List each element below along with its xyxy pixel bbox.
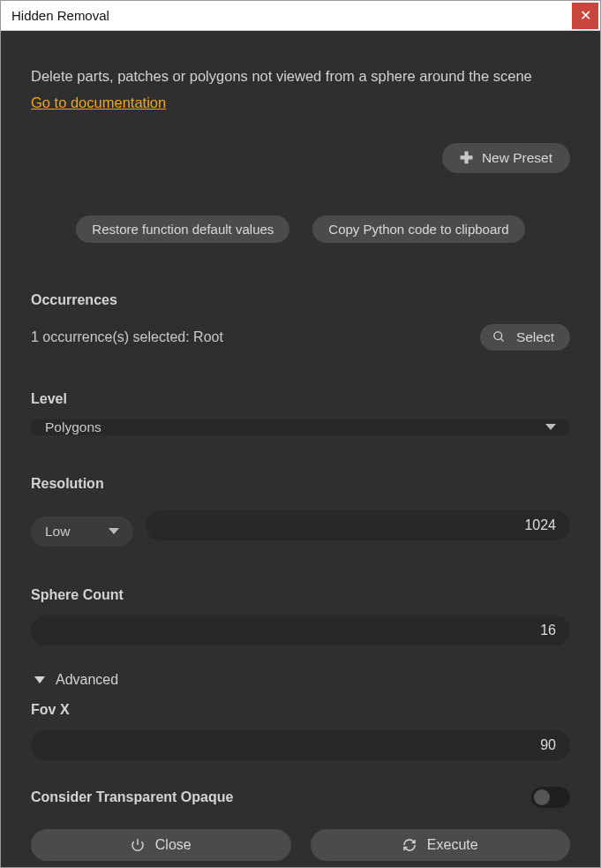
occurrences-status: 1 occurrence(s) selected: Root (31, 329, 223, 345)
action-row: Restore function default values Copy Pyt… (31, 215, 570, 243)
occurrences-row: 1 occurrence(s) selected: Root Select (31, 324, 570, 351)
consider-transparent-toggle[interactable] (531, 787, 570, 808)
chevron-down-icon (545, 424, 556, 430)
resolution-preset-value: Low (45, 524, 70, 540)
new-preset-button[interactable]: ✚ New Preset (442, 143, 570, 173)
fovx-label: Fov X (31, 702, 570, 718)
restore-defaults-button[interactable]: Restore function default values (76, 215, 289, 243)
window-title: Hidden Removal (11, 8, 109, 23)
dialog-body: Delete parts, patches or polygons not vi… (1, 31, 600, 867)
resolution-label: Resolution (31, 476, 570, 492)
preset-row: ✚ New Preset (31, 143, 570, 173)
execute-button[interactable]: Execute (311, 829, 571, 861)
documentation-link[interactable]: Go to documentation (31, 94, 570, 111)
sphere-count-label: Sphere Count (31, 587, 570, 603)
level-label: Level (31, 391, 570, 407)
titlebar: Hidden Removal ✕ (1, 1, 600, 31)
footer: Close Execute (31, 829, 570, 861)
chevron-down-icon (34, 676, 45, 683)
plus-icon: ✚ (460, 150, 473, 166)
search-icon (492, 330, 506, 343)
level-dropdown[interactable]: Polygons (31, 419, 570, 435)
fovx-input[interactable] (31, 730, 570, 760)
svg-line-1 (500, 339, 503, 342)
sphere-count-input[interactable] (31, 615, 570, 645)
close-icon: ✕ (580, 7, 591, 24)
sphere-count-row (31, 615, 570, 645)
advanced-label: Advanced (56, 672, 118, 688)
fovx-row (31, 730, 570, 760)
execute-label: Execute (427, 837, 478, 853)
refresh-icon (402, 838, 417, 852)
svg-point-0 (494, 332, 502, 340)
chevron-down-icon (109, 528, 119, 534)
level-value: Polygons (45, 419, 101, 435)
consider-transparent-row: Consider Transparent Opaque (31, 787, 570, 808)
advanced-toggle[interactable]: Advanced (31, 672, 570, 688)
copy-python-button[interactable]: Copy Python code to clipboard (312, 215, 524, 243)
close-label: Close (155, 837, 192, 853)
resolution-row: Low (31, 504, 570, 547)
resolution-preset-dropdown[interactable]: Low (31, 517, 133, 547)
occurrences-label: Occurrences (31, 292, 570, 308)
select-occurrences-button[interactable]: Select (480, 324, 570, 351)
consider-transparent-label: Consider Transparent Opaque (31, 789, 233, 805)
select-label: Select (516, 329, 554, 345)
restore-defaults-label: Restore function default values (92, 222, 274, 237)
close-button[interactable]: Close (31, 829, 291, 861)
new-preset-label: New Preset (482, 150, 552, 166)
close-window-button[interactable]: ✕ (572, 3, 598, 29)
copy-python-label: Copy Python code to clipboard (328, 222, 508, 237)
resolution-input[interactable] (146, 510, 570, 540)
dialog-window: Hidden Removal ✕ Delete parts, patches o… (0, 0, 601, 868)
power-icon (131, 838, 145, 852)
description-text: Delete parts, patches or polygons not vi… (31, 66, 570, 87)
toggle-knob (534, 789, 550, 805)
